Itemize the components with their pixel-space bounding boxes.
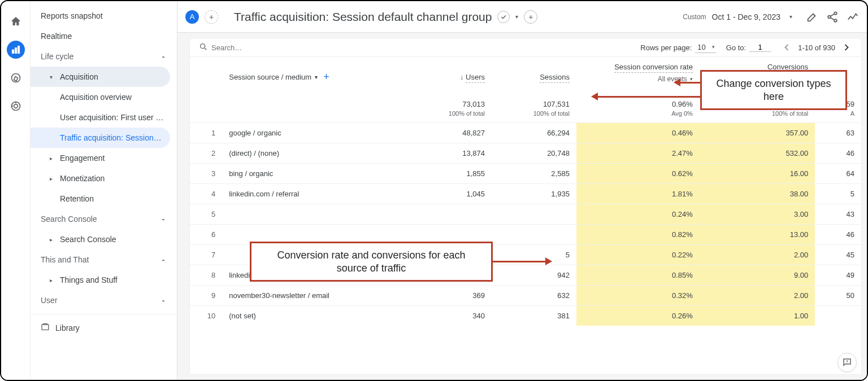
table-row[interactable]: 5 0.24% 3.00 43: [190, 204, 861, 225]
table-row[interactable]: 4 linkedin.com / referral 1,045 1,935 1.…: [190, 184, 861, 204]
table-row[interactable]: 3 bing / organic 1,855 2,585 0.62% 16.00…: [190, 164, 861, 184]
sidebar-item-engagement[interactable]: ▸ Engagement: [31, 148, 170, 168]
sidebar-group-label: Life cycle: [41, 52, 73, 61]
caret-right-icon: ▸: [50, 277, 55, 283]
sidebar-group-this-that[interactable]: This and That: [31, 249, 177, 270]
pager-text: 1-10 of 930: [798, 43, 835, 52]
main: A + Traffic acquisition: Session default…: [177, 1, 867, 380]
caret-right-icon: ▸: [50, 237, 55, 243]
sidebar: Reports snapshot Realtime Life cycle ▾ A…: [31, 1, 177, 380]
search-icon: [199, 42, 208, 53]
prev-page-button[interactable]: [781, 42, 792, 53]
library-icon: [41, 322, 50, 333]
search-input[interactable]: [211, 43, 296, 52]
annotation-right: Change conversion types here: [700, 70, 847, 110]
caret-right-icon: ▸: [50, 176, 55, 182]
date-dropdown-icon[interactable]: ▾: [789, 14, 792, 20]
dimension-selector[interactable]: Session source / medium ▾: [229, 73, 318, 81]
insights-icon[interactable]: [847, 11, 859, 23]
caret-down-icon: ▾: [50, 74, 55, 80]
rows-per-page-label: Rows per page:: [640, 43, 692, 52]
svg-rect-6: [42, 325, 49, 330]
sort-down-icon: ↓: [460, 73, 463, 81]
col-users[interactable]: ↓Users: [407, 57, 492, 89]
sidebar-item-monetization[interactable]: ▸ Monetization: [31, 168, 170, 189]
sidebar-group-label: This and That: [41, 255, 89, 264]
next-page-button[interactable]: [841, 42, 852, 53]
sidebar-reports-snapshot[interactable]: Reports snapshot: [31, 6, 177, 26]
col-conversion-rate[interactable]: Session conversion rate All events ▾: [576, 57, 700, 89]
goto-label: Go to:: [726, 43, 746, 52]
feedback-button[interactable]: [837, 353, 857, 372]
table-row[interactable]: 1 google / organic 48,827 66,294 0.46% 3…: [190, 123, 861, 143]
advertising-icon[interactable]: [7, 97, 25, 115]
add-segment-button[interactable]: +: [205, 10, 218, 24]
date-label: Custom: [683, 13, 706, 21]
chevron-up-icon: [160, 53, 167, 60]
rows-per-page-select[interactable]: 10▾: [695, 42, 715, 53]
col-sessions[interactable]: Sessions: [492, 57, 576, 89]
table-row[interactable]: 9 november30-newsletter / email 369 632 …: [190, 286, 861, 306]
svg-rect-0: [12, 50, 14, 54]
sidebar-group-label: User: [41, 296, 58, 305]
reports-icon[interactable]: [7, 41, 25, 59]
sidebar-item-search-console[interactable]: ▸ Search Console: [31, 229, 170, 249]
sidebar-item-acquisition-overview[interactable]: Acquisition overview: [31, 87, 170, 107]
edit-report-icon[interactable]: [806, 11, 818, 23]
topbar: A + Traffic acquisition: Session default…: [177, 1, 867, 33]
sidebar-group-search-console[interactable]: Search Console: [31, 209, 177, 229]
chevron-up-icon: [160, 297, 167, 304]
table-row[interactable]: 10 (not set) 340 381 0.26% 1.00: [190, 306, 861, 326]
chevron-up-icon: [160, 216, 167, 222]
sidebar-item-user-acquisition[interactable]: User acquisition: First user …: [31, 107, 170, 128]
left-rail: [1, 1, 31, 380]
sidebar-item-traffic-acquisition[interactable]: Traffic acquisition: Session…: [31, 128, 170, 148]
chevron-up-icon: [160, 256, 167, 263]
sidebar-library[interactable]: Library: [31, 314, 177, 341]
goto-input[interactable]: [749, 43, 771, 52]
svg-rect-1: [15, 48, 16, 54]
sidebar-group-label: Search Console: [41, 214, 97, 224]
add-comparison-button[interactable]: +: [524, 10, 537, 24]
annotation-center: Conversion rate and conversions for each…: [250, 242, 493, 282]
sidebar-group-lifecycle[interactable]: Life cycle: [31, 46, 177, 67]
sidebar-item-retention[interactable]: Retention: [31, 189, 170, 209]
date-range-picker[interactable]: Oct 1 - Dec 9, 2023: [712, 12, 780, 21]
verified-icon[interactable]: [497, 11, 510, 23]
sidebar-item-things-stuff[interactable]: ▸ Things and Stuff: [31, 270, 170, 290]
svg-point-10: [201, 43, 205, 48]
title-dropdown-icon[interactable]: ▾: [515, 14, 518, 20]
table-controls: Rows per page: 10▾ Go to: 1-10 of 930: [190, 38, 861, 57]
home-icon[interactable]: [7, 12, 25, 30]
svg-rect-2: [18, 46, 19, 53]
svg-point-5: [14, 104, 18, 108]
segment-badge[interactable]: A: [185, 10, 199, 24]
sidebar-group-user[interactable]: User: [31, 290, 177, 310]
share-icon[interactable]: [826, 11, 839, 23]
explore-icon[interactable]: [7, 69, 25, 87]
add-dimension-button[interactable]: +: [323, 71, 329, 83]
sidebar-realtime[interactable]: Realtime: [31, 26, 177, 46]
caret-right-icon: ▸: [50, 155, 55, 161]
table-row[interactable]: 2 (direct) / (none) 13,874 20,748 2.47% …: [190, 143, 861, 164]
sidebar-item-acquisition[interactable]: ▾ Acquisition: [31, 67, 170, 87]
page-title: Traffic acquisition: Session default cha…: [234, 10, 492, 24]
